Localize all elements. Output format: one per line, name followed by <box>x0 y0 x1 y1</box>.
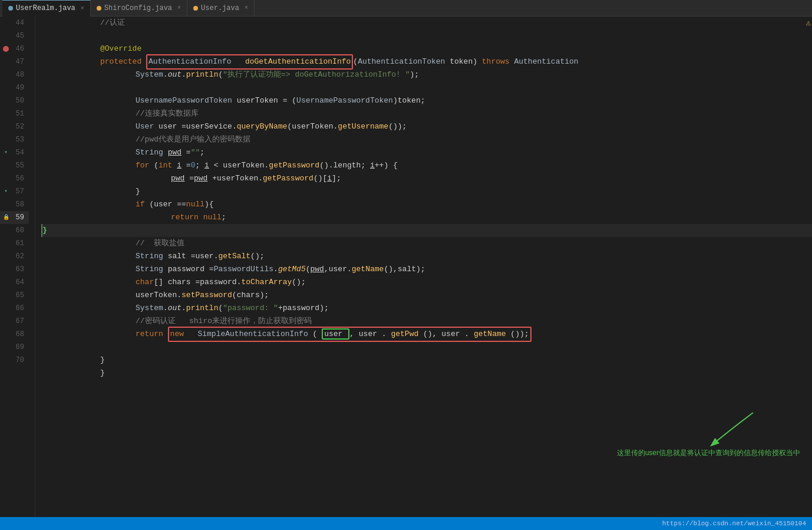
comment-44: //认证 <box>100 17 125 29</box>
gutter: 44 45 46 47 48 49 50 51 52 53 ▾ 54 55 56… <box>0 17 35 517</box>
kw-null2: null <box>203 211 222 224</box>
fold-icon-57[interactable]: ▾ <box>2 188 9 195</box>
var-chars2: chars <box>237 289 260 302</box>
tab-dot <box>8 6 13 11</box>
fold-icon[interactable]: ▾ <box>2 149 9 156</box>
code-line-64: userToken . setPassword ( chars ); <box>41 289 812 302</box>
var-ut3: userToken <box>217 172 258 185</box>
var-i4: i <box>327 172 332 185</box>
method-tochararray: toCharArray <box>241 276 292 289</box>
cls-string-61: String <box>136 250 163 263</box>
code-line-68 <box>41 341 812 354</box>
method-setpwd: setPassword <box>181 289 232 302</box>
kw-for: for <box>136 159 149 172</box>
method-getpwd: getPassword <box>269 159 319 172</box>
var-user4: user <box>329 263 347 276</box>
code-line-50: //连接真实数据库 <box>41 107 812 120</box>
line-62: 62 <box>0 250 29 263</box>
println-65: println <box>186 302 219 315</box>
var-salt2: salt <box>398 263 416 276</box>
line-65: 65 <box>0 289 29 302</box>
code-line-69: } <box>41 354 812 367</box>
method-sig-box: AuthenticationInfo doGetAuthenticationIn… <box>146 54 353 70</box>
code-line-55: pwd = pwd + userToken . getPassword ()[ … <box>41 172 812 185</box>
punc-paren2: ) <box>473 55 482 68</box>
var-user6: user <box>359 330 377 338</box>
out-65: out <box>168 302 181 315</box>
method-getsalt: getSalt <box>218 250 250 263</box>
code-area: ⚠ //认证 @Override protected Authenticatio… <box>35 17 812 517</box>
code-line-56: } <box>41 185 812 198</box>
kw-return: return <box>171 211 199 224</box>
return-box: new SimpleAuthenticationInfo ( user , us… <box>168 327 532 342</box>
cls-string-53: String <box>136 146 163 159</box>
tab-label: ShiroConfig.java <box>104 4 172 12</box>
status-bar: https://blog.csdn.net/weixin_45150104 <box>0 517 812 530</box>
var-ut4: userToken <box>136 289 177 302</box>
cls-simpleauth: SimpleAuthenticationInfo <box>197 330 308 338</box>
method-querybyname: queryByName <box>237 120 288 133</box>
var-user: user <box>159 120 177 133</box>
space <box>236 57 240 66</box>
tab-close-icon[interactable]: × <box>177 5 181 11</box>
method-doGet: doGetAuthenticationInfo <box>245 57 351 66</box>
code-line-53: String pwd = "" ; <box>41 146 812 159</box>
code-line-59: } <box>41 224 812 237</box>
line-52: 52 <box>0 120 29 133</box>
code-line-54: for ( int i = 0 ; i < userToken . getPas… <box>41 159 812 172</box>
line-60: 60 <box>0 224 29 237</box>
line-63: 63 <box>0 263 29 276</box>
line-53: 53 <box>0 133 29 146</box>
method-getpwd3: getPwd <box>391 330 418 338</box>
tab-close-icon[interactable]: × <box>81 5 84 12</box>
method-getname2: getName <box>474 330 506 338</box>
var-token2: token <box>398 94 421 107</box>
line-56: 56 <box>0 172 29 185</box>
annotation-container: 这里传的user信息就是将认证中查询到的信息传给授权当中 <box>617 413 800 458</box>
tab-userrealm[interactable]: UserRealm.java × <box>2 0 91 17</box>
code-line-46b: protected AuthenticationInfo doGetAuthen… <box>41 55 812 68</box>
code-line-67: return new SimpleAuthenticationInfo ( us… <box>41 328 812 341</box>
code-line-49: UsernamePasswordToken userToken = ( User… <box>41 94 812 107</box>
cls-sys-65: System <box>136 302 163 315</box>
tab-close-icon[interactable]: × <box>245 5 248 11</box>
var-pwd3: pwd <box>194 172 207 185</box>
line-59: 🔒 59 <box>0 211 29 224</box>
code-line-62: String password = PasswordUtils . getMd5… <box>41 263 812 276</box>
code-line-58: return null ; <box>41 211 812 224</box>
tab-label: UserRealm.java <box>16 4 75 12</box>
line-46: 46 <box>0 42 29 55</box>
line-49: 49 <box>0 81 29 94</box>
tab-user[interactable]: User.java × <box>187 0 255 17</box>
status-url[interactable]: https://blog.csdn.net/weixin_45150104 <box>662 520 806 527</box>
tab-shiroconfig[interactable]: ShiroConfig.java × <box>91 0 187 17</box>
cls-token: AuthenticationToken <box>358 55 445 68</box>
comment-50: //连接真实数据库 <box>136 107 199 120</box>
line-61: 61 <box>0 237 29 250</box>
line-70: 70 <box>0 354 29 367</box>
cls-uptoken: UsernamePasswordToken <box>136 94 232 107</box>
annotation-override: @Override <box>100 42 141 55</box>
line-44: 44 <box>0 17 29 29</box>
code-line-47: System . out . println ( "执行了认证功能=> doGe… <box>41 68 812 81</box>
line-67: 67 <box>0 315 29 328</box>
var-user5: user <box>324 330 342 338</box>
kw-throws: throws <box>482 55 510 68</box>
line-66: 66 <box>0 302 29 315</box>
var-i2: i <box>204 159 209 172</box>
var-token: token <box>450 55 473 68</box>
line-64: 64 <box>0 276 29 289</box>
editor: 44 45 46 47 48 49 50 51 52 53 ▾ 54 55 56… <box>0 17 812 517</box>
kw-protected: protected <box>100 55 146 68</box>
sys-out: System <box>136 68 163 81</box>
kw-if: if <box>136 198 145 211</box>
var-usertoken: userToken <box>237 94 278 107</box>
code-line-52: //pwd代表是用户输入的密码数据 <box>41 133 812 146</box>
line-45: 45 <box>0 29 29 42</box>
closing-brace-59: } <box>42 224 47 237</box>
cls-user: User <box>136 120 154 133</box>
method-getmd5: getMd5 <box>278 263 306 276</box>
var-user2: user <box>154 198 172 211</box>
line-51: 51 <box>0 107 29 120</box>
code-line-45 <box>41 29 812 42</box>
